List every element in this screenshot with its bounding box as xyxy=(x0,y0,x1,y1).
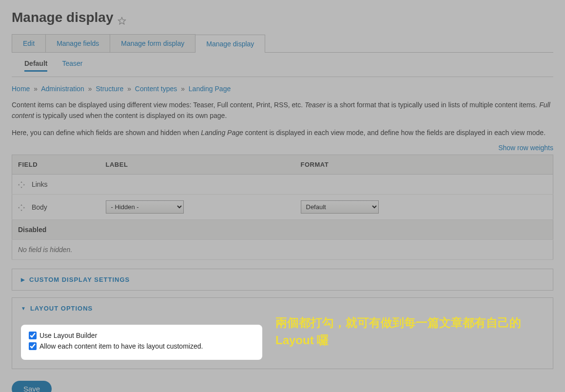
field-name-links: Links xyxy=(32,180,48,188)
crumb-structure[interactable]: Structure xyxy=(96,85,123,93)
th-format: FORMAT xyxy=(295,155,553,175)
secondary-tabs: Default Teaser xyxy=(12,53,553,77)
page-title-text: Manage display xyxy=(12,10,114,25)
description-1: Content items can be displayed using dif… xyxy=(12,99,553,121)
chevron-right-icon: ▶ xyxy=(21,277,25,282)
allow-each-item-label[interactable]: Allow each content item to have its layo… xyxy=(39,342,203,350)
allow-each-item-checkbox[interactable] xyxy=(29,342,37,350)
svg-marker-0 xyxy=(118,18,125,24)
field-name-body: Body xyxy=(32,203,47,211)
custom-display-settings-summary[interactable]: ▶ CUSTOM DISPLAY SETTINGS xyxy=(12,269,553,290)
custom-display-settings-box: ▶ CUSTOM DISPLAY SETTINGS xyxy=(12,269,553,291)
description-2: Here, you can define which fields are sh… xyxy=(12,127,553,138)
tab-edit[interactable]: Edit xyxy=(12,34,46,52)
use-layout-builder-label[interactable]: Use Layout Builder xyxy=(39,332,97,339)
drag-handle-icon[interactable] xyxy=(18,204,25,211)
star-icon[interactable] xyxy=(117,13,126,22)
save-button[interactable]: Save xyxy=(12,381,52,392)
table-row-body: Body - Hidden - Default xyxy=(12,195,553,220)
row-weights-toggle: Show row weights xyxy=(12,144,553,152)
crumb-home[interactable]: Home xyxy=(12,85,30,93)
tab-manage-fields[interactable]: Manage fields xyxy=(45,34,110,52)
display-table: FIELD LABEL FORMAT Links Body xyxy=(12,155,553,260)
page-title: Manage display xyxy=(12,10,553,25)
tab-manage-display[interactable]: Manage display xyxy=(195,35,265,53)
disabled-section-row: Disabled xyxy=(12,220,553,240)
crumb-sep: » xyxy=(34,85,38,93)
subtab-teaser[interactable]: Teaser xyxy=(62,59,82,72)
drag-handle-icon[interactable] xyxy=(18,181,25,188)
th-label: LABEL xyxy=(100,155,295,175)
crumb-sep: » xyxy=(88,85,92,93)
annotation-text: 兩個都打勾，就可有做到每一篇文章都有自己的 Layout 囉 xyxy=(275,314,548,349)
crumb-administration[interactable]: Administration xyxy=(41,85,84,93)
primary-tabs: Edit Manage fields Manage form display M… xyxy=(12,34,553,53)
layout-options-highlight: Use Layout Builder Allow each content it… xyxy=(21,325,262,360)
use-layout-builder-checkbox[interactable] xyxy=(29,332,37,339)
chevron-down-icon: ▼ xyxy=(21,306,26,311)
crumb-landing-page[interactable]: Landing Page xyxy=(189,85,231,93)
label-select-body[interactable]: - Hidden - xyxy=(106,200,184,214)
th-field: FIELD xyxy=(12,155,100,175)
format-select-body[interactable]: Default xyxy=(301,200,379,214)
subtab-default[interactable]: Default xyxy=(24,59,47,72)
tab-manage-form-display[interactable]: Manage form display xyxy=(110,34,195,52)
crumb-content-types[interactable]: Content types xyxy=(135,85,177,93)
show-row-weights-link[interactable]: Show row weights xyxy=(498,144,553,152)
crumb-sep: » xyxy=(127,85,131,93)
no-hidden-row: No field is hidden. xyxy=(12,240,553,260)
table-row-links: Links xyxy=(12,175,553,195)
breadcrumb: Home » Administration » Structure » Cont… xyxy=(12,85,553,93)
crumb-sep: » xyxy=(181,85,185,93)
